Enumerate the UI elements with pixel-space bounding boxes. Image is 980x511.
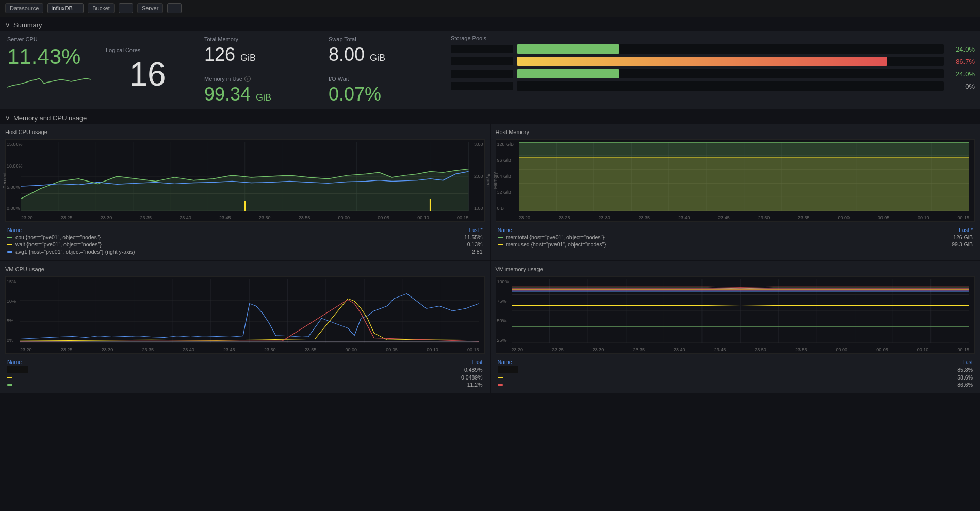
storage-name-3 xyxy=(451,70,513,78)
storage-pct-2: 86.7% xyxy=(948,58,975,65)
vm-cpu-legend-row-1: 0.0489% xyxy=(5,374,485,381)
storage-name-1 xyxy=(451,45,513,53)
vm-cpu-x-labels: 23:2023:2523:3023:3523:4023:4523:5023:55… xyxy=(20,347,479,352)
vm-cpu-title: VM CPU usage xyxy=(5,266,485,272)
host-cpu-x-labels: 23:2023:2523:3023:3523:4023:4523:5023:55… xyxy=(21,215,469,220)
vm-memory-panel: VM memory usage 100% 75% 50% 25% xyxy=(491,261,981,393)
vm-memory-x-labels: 23:2023:2523:3023:3523:4023:4523:5023:55… xyxy=(512,347,970,352)
storage-bar-bg-2 xyxy=(517,57,944,66)
vm-memory-legend-row-2: 86.6% xyxy=(496,381,975,388)
summary-section-header[interactable]: ∨ Summary xyxy=(0,17,980,31)
host-cpu-legend-dot-2 xyxy=(7,251,12,253)
host-memory-title: Host Memory xyxy=(496,129,975,135)
host-memory-x-labels: 23:2023:2523:3023:3523:4023:4523:5023:55… xyxy=(519,215,970,220)
host-cpu-legend-row-2: avg1 {host="pve01", object="nodes"} (rig… xyxy=(5,248,485,255)
vm-cpu-legend-dot-1 xyxy=(7,377,12,378)
vm-cpu-legend-swatch-0 xyxy=(7,366,28,373)
storage-bar-fill-3 xyxy=(517,69,619,78)
host-memory-svg xyxy=(519,142,970,211)
memory-info-icon[interactable]: i xyxy=(244,76,251,82)
swap-total-card: Swap Total 8.00 GiB xyxy=(321,31,445,70)
vm-memory-title: VM memory usage xyxy=(496,266,975,272)
vm-memory-legend-header: Name Last xyxy=(496,358,975,366)
storage-bar-bg-3 xyxy=(517,69,944,78)
storage-bar-4: 0% xyxy=(451,81,975,91)
vm-memory-legend-row-1: 58.6% xyxy=(496,374,975,381)
memory-in-use-value: 99.34 GiB xyxy=(204,84,314,105)
vm-cpu-legend-header: Name Last xyxy=(5,358,485,366)
host-cpu-panel: Host CPU usage Percent 15.00% 10.00% 5.0… xyxy=(0,124,490,260)
host-cpu-y-labels-right: 3.00 2.00 1.00 xyxy=(474,142,483,211)
memory-cpu-label: Memory and CPU usage xyxy=(13,114,87,122)
storage-name-2 xyxy=(451,57,513,65)
memory-cpu-chevron-icon: ∨ xyxy=(5,114,10,122)
charts-row-1: Host CPU usage Percent 15.00% 10.00% 5.0… xyxy=(0,124,980,260)
total-memory-label: Total Memory xyxy=(204,36,314,42)
host-cpu-y-axis-right-label: Bypect xyxy=(486,173,491,188)
server-cpu-value: 11.43% xyxy=(7,44,91,69)
vm-memory-y-labels: 100% 75% 50% 25% xyxy=(497,279,509,343)
bucket-label: Bucket xyxy=(88,3,115,13)
vm-cpu-legend-dot-2 xyxy=(7,384,12,386)
host-memory-legend-row-1: memused {host="pve01", object="nodes"} 9… xyxy=(496,241,975,248)
logical-cores-label: Logical Cores xyxy=(106,47,189,53)
vm-memory-legend-swatch-0 xyxy=(498,366,518,373)
storage-bar-bg-4 xyxy=(517,81,944,91)
memory-in-use-label: Memory in Use i xyxy=(204,76,314,82)
vm-memory-svg xyxy=(512,279,970,343)
swap-total-value: 8.00 GiB xyxy=(329,44,438,65)
host-memory-legend-dot-0 xyxy=(498,237,503,238)
summary-chevron-icon: ∨ xyxy=(5,21,10,29)
host-cpu-y-labels: 15.00% 10.00% 5.00% 0.00% xyxy=(7,142,23,211)
io-wait-label: I/O Wait xyxy=(329,76,438,82)
vm-memory-chart-area: 100% 75% 50% 25% xyxy=(496,276,975,354)
vm-cpu-y-labels: 15% 10% 5% 0% xyxy=(7,279,16,343)
host-cpu-legend-row-1: wait {host="pve01", object="nodes"} 0.13… xyxy=(5,241,485,248)
host-memory-legend: Name Last * memtotal {host="pve01", obje… xyxy=(496,224,975,248)
storage-pct-4: 0% xyxy=(948,83,975,90)
host-cpu-legend: Name Last * cpu {host="pve01", object="n… xyxy=(5,224,485,255)
memory-cpu-section-header[interactable]: ∨ Memory and CPU usage xyxy=(0,110,980,124)
logical-cores-value: 16 xyxy=(106,55,189,93)
storage-pct-3: 24.0% xyxy=(948,70,975,78)
datasource-label: Datasource xyxy=(5,3,43,13)
vm-memory-legend: Name Last 85.8% 58.6% 86.6% xyxy=(496,356,975,388)
server-select[interactable] xyxy=(167,3,182,13)
server-cpu-card: Server CPU 11.43% xyxy=(0,31,98,109)
host-memory-legend-row-0: memtotal {host="pve01", object="nodes"} … xyxy=(496,234,975,241)
vm-cpu-legend: Name Last 0.489% 0.0489% 11.2% xyxy=(5,356,485,388)
memory-in-use-card: Memory in Use i 99.34 GiB xyxy=(197,71,321,110)
bucket-select[interactable] xyxy=(119,3,133,13)
host-cpu-svg xyxy=(21,142,469,211)
server-label: Server xyxy=(137,3,163,13)
logical-cores-card: Logical Cores 16 xyxy=(99,31,197,109)
charts-row-2: VM CPU usage 15% 10% 5% 0% xyxy=(0,261,980,393)
vm-memory-legend-dot-2 xyxy=(498,384,503,386)
topbar: Datasource InfluxDB Bucket Server xyxy=(0,0,980,17)
storage-bar-1: 24.0% xyxy=(451,44,975,54)
server-cpu-label: Server CPU xyxy=(7,36,91,42)
storage-bar-fill-2 xyxy=(517,57,887,66)
storage-bar-fill-1 xyxy=(517,44,619,54)
total-memory-card: Total Memory 126 GiB xyxy=(197,31,321,70)
storage-pct-1: 24.0% xyxy=(948,45,975,53)
storage-bar-3: 24.0% xyxy=(451,69,975,78)
storage-pools-label: Storage Pools xyxy=(451,35,975,41)
host-cpu-title: Host CPU usage xyxy=(5,129,485,135)
host-memory-chart-area: Memory 128 GiB 96 GiB 64 GiB 32 GiB 0 B xyxy=(496,139,975,222)
storage-bar-2: 86.7% xyxy=(451,57,975,66)
io-wait-value: 0.07% xyxy=(329,84,438,105)
vm-cpu-legend-row-2: 11.2% xyxy=(5,381,485,388)
host-cpu-chart-area: Percent 15.00% 10.00% 5.00% 0.00% 3.00 2… xyxy=(5,139,485,222)
datasource-select[interactable]: InfluxDB xyxy=(47,3,84,13)
svg-marker-39 xyxy=(519,157,970,211)
total-memory-value: 126 GiB xyxy=(204,44,314,65)
vm-cpu-legend-row-0: 0.489% xyxy=(5,366,485,374)
storage-bar-bg-1 xyxy=(517,44,944,54)
summary-grid: Server CPU 11.43% Logical Cores 16 Total… xyxy=(0,31,980,109)
storage-bars: 24.0% 86.7% 24.0% xyxy=(451,44,975,91)
server-cpu-mini-chart xyxy=(7,69,91,90)
summary-label: Summary xyxy=(13,21,42,29)
host-memory-legend-dot-1 xyxy=(498,244,503,245)
host-memory-legend-header: Name Last * xyxy=(496,226,975,234)
